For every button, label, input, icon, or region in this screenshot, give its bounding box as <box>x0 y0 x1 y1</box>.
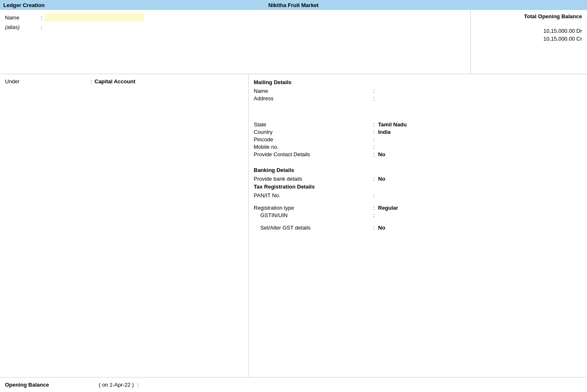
title-bar: Ledger Creation Nikitha Fruit Market <box>0 0 587 10</box>
tax-gst-alter-sep: : <box>370 225 378 231</box>
left-top: Name : (alias) : <box>0 10 471 74</box>
title-center: Nikitha Fruit Market <box>197 2 391 8</box>
mailing-country-sep: : <box>370 129 378 135</box>
mailing-state-row: State : Tamil Nadu <box>254 121 582 128</box>
main-container: Name : (alias) : Total Opening Balance 1… <box>0 10 587 392</box>
mailing-country-value: India <box>378 129 582 135</box>
mailing-address-label: Address <box>254 95 370 102</box>
mailing-contact-value: No <box>378 151 582 157</box>
mailing-mobile-row: Mobile no. : <box>254 144 582 150</box>
under-row: Under : Capital Account <box>5 78 243 85</box>
total-opening-balance-title: Total Opening Balance <box>476 13 582 19</box>
tax-gst-alter-row: Set/Alter GST details : No <box>254 225 582 231</box>
banking-section: Banking Details Provide bank details : N… <box>254 167 582 182</box>
opening-balance-sep: : <box>137 382 139 388</box>
mailing-state-value: Tamil Nadu <box>378 121 582 128</box>
opening-balance-label: Opening Balance <box>5 382 49 388</box>
name-row: Name : <box>5 13 466 22</box>
tax-pan-label: PAN/IT No. <box>254 192 370 198</box>
mailing-state-sep: : <box>370 121 378 128</box>
alias-row: (alias) : <box>5 24 466 30</box>
tax-gst-alter-label: Set/Alter GST details <box>254 225 370 231</box>
alias-sep: : <box>38 24 45 30</box>
right-panel: Mailing Details Name : Address : State :… <box>249 74 587 377</box>
mailing-pincode-sep: : <box>370 136 378 143</box>
left-panel: Under : Capital Account <box>0 74 249 377</box>
tax-pan-sep: : <box>370 192 378 198</box>
gap1 <box>254 159 582 164</box>
under-label: Under <box>5 78 88 85</box>
title-left: Ledger Creation <box>3 2 197 8</box>
banking-provide-row: Provide bank details : No <box>254 176 582 182</box>
gap2 <box>254 200 582 205</box>
bottom-bar: Opening Balance ( on 1-Apr-22 ) : <box>0 377 587 392</box>
mailing-details-title: Mailing Details <box>254 79 582 85</box>
mailing-contact-sep: : <box>370 151 378 157</box>
alias-label: (alias) <box>5 24 38 30</box>
top-section: Name : (alias) : Total Opening Balance 1… <box>0 10 587 74</box>
right-top: Total Opening Balance 10,15,000.00 Dr 10… <box>471 10 587 74</box>
dr-balance: 10,15,000.00 Dr <box>476 28 582 34</box>
banking-provide-label: Provide bank details <box>254 176 370 182</box>
mailing-name-label: Name <box>254 88 370 94</box>
mailing-address-value <box>378 95 582 120</box>
banking-provide-value: No <box>378 176 582 182</box>
name-input[interactable] <box>45 13 144 22</box>
tax-gstin-row: GSTIN/UIN : <box>254 212 582 218</box>
mailing-address-row: Address : <box>254 95 582 120</box>
mailing-mobile-sep: : <box>370 144 378 150</box>
tax-gstin-sep: : <box>370 212 378 218</box>
mailing-state-label: State <box>254 121 370 128</box>
mailing-contact-label: Provide Contact Details <box>254 151 370 157</box>
mailing-address-sep: : <box>370 95 378 102</box>
tax-pan-row: PAN/IT No. : <box>254 192 582 198</box>
tax-regtype-sep: : <box>370 205 378 211</box>
tax-reg-title: Tax Registration Details <box>254 184 582 190</box>
tax-regtype-value: Regular <box>378 205 582 211</box>
banking-details-title: Banking Details <box>254 167 582 173</box>
mailing-contact-row: Provide Contact Details : No <box>254 151 582 157</box>
gap3 <box>254 220 582 225</box>
mailing-pincode-label: Pincode <box>254 136 370 143</box>
opening-balance-date: ( on 1-Apr-22 ) <box>99 382 134 388</box>
tax-gstin-label: GSTIN/UIN <box>254 212 370 218</box>
mailing-pincode-row: Pincode : <box>254 136 582 143</box>
tax-gst-alter-value: No <box>378 225 582 231</box>
mailing-name-sep: : <box>370 88 378 94</box>
mailing-name-row: Name : <box>254 88 582 94</box>
tax-regtype-label: Registration type <box>254 205 370 211</box>
banking-provide-sep: : <box>370 176 378 182</box>
name-sep: : <box>38 15 45 21</box>
mailing-country-row: Country : India <box>254 129 582 135</box>
under-value: Capital Account <box>95 78 135 85</box>
mailing-mobile-label: Mobile no. <box>254 144 370 150</box>
tax-regtype-row: Registration type : Regular <box>254 205 582 211</box>
mailing-country-label: Country <box>254 129 370 135</box>
cr-balance: 10,15,000.00 Cr <box>476 36 582 42</box>
name-label: Name <box>5 15 38 21</box>
tax-section: Tax Registration Details PAN/IT No. : Re… <box>254 184 582 231</box>
middle-section: Under : Capital Account Mailing Details … <box>0 74 587 377</box>
under-sep: : <box>88 78 95 85</box>
